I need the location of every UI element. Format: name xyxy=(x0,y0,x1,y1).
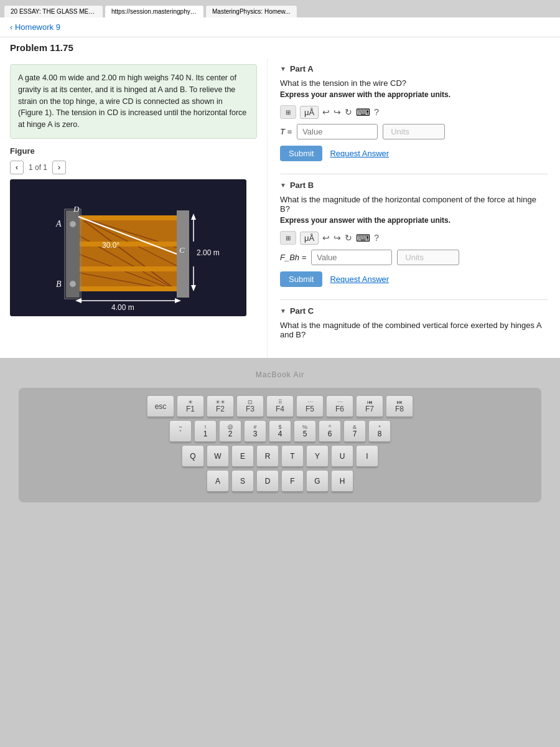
problem-title: Problem 11.75 xyxy=(0,37,560,58)
svg-text:D: D xyxy=(73,204,80,214)
browser-tab-row: 20 ESSAY: THE GLASS MENAG... https://ses… xyxy=(0,0,560,17)
keyboard: esc ☀F1 ☀☀F2 ⊡F3 ⠿F4 ⋯F5 ⋯F6 ⏮F7 ⏭F8 ~` … xyxy=(19,388,541,502)
key-y[interactable]: Y xyxy=(306,445,329,467)
part-b-keyboard-icon[interactable]: ⌨ xyxy=(356,232,370,244)
key-8[interactable]: *8 xyxy=(368,420,391,443)
figure-prev-button[interactable]: ‹ xyxy=(10,161,24,174)
svg-text:B: B xyxy=(56,280,62,289)
key-f8[interactable]: ⏭F8 xyxy=(386,395,413,418)
part-c-header: ▼ Part C xyxy=(280,306,548,316)
key-f6[interactable]: ⋯F6 xyxy=(326,395,353,418)
svg-text:2.00 m: 2.00 m xyxy=(197,248,220,257)
part-a-answer-label: T = xyxy=(280,127,292,136)
key-s[interactable]: S xyxy=(231,470,254,492)
part-a-arrow-icon: ▼ xyxy=(280,65,286,72)
svg-rect-11 xyxy=(78,286,178,291)
part-b-units-box[interactable]: Units xyxy=(397,250,459,265)
fn-key-row: esc ☀F1 ☀☀F2 ⊡F3 ⠿F4 ⋯F5 ⋯F6 ⏮F7 ⏭F8 xyxy=(26,395,534,418)
key-i[interactable]: I xyxy=(356,445,378,467)
key-esc[interactable]: esc xyxy=(147,395,174,418)
undo-icon[interactable]: ↩ xyxy=(322,107,330,117)
help-icon[interactable]: ? xyxy=(374,107,379,117)
svg-point-17 xyxy=(70,281,76,287)
part-c-label: Part C xyxy=(290,306,314,316)
part-b-subtext: Express your answer with the appropriate… xyxy=(280,216,548,225)
key-u[interactable]: U xyxy=(331,445,353,467)
key-7[interactable]: &7 xyxy=(343,420,366,443)
key-r[interactable]: R xyxy=(256,445,279,467)
key-f5[interactable]: ⋯F5 xyxy=(296,395,324,418)
svg-text:4.00 m: 4.00 m xyxy=(111,303,134,312)
divider-bc xyxy=(280,299,548,300)
part-a-subtext: Express your answer with the appropriate… xyxy=(280,90,548,99)
key-f2[interactable]: ☀☀F2 xyxy=(207,395,234,418)
key-2[interactable]: @2 xyxy=(219,420,241,443)
tab-homework[interactable]: MasteringPhysics: Homew... xyxy=(205,5,297,17)
key-e[interactable]: E xyxy=(231,445,254,467)
key-f3[interactable]: ⊡F3 xyxy=(236,395,264,418)
svg-rect-8 xyxy=(78,215,178,220)
key-q[interactable]: Q xyxy=(182,445,204,467)
key-6[interactable]: ^6 xyxy=(319,420,341,443)
part-c-arrow-icon: ▼ xyxy=(280,308,286,314)
key-t[interactable]: T xyxy=(281,445,304,467)
svg-text:A: A xyxy=(55,219,62,228)
part-b-help-icon[interactable]: ? xyxy=(374,233,379,243)
keyboard-icon[interactable]: ⌨ xyxy=(356,106,370,118)
part-b-submit-button[interactable]: Submit xyxy=(280,271,322,287)
macbook-label: MacBook Air xyxy=(19,370,541,379)
part-a-request-button[interactable]: Request Answer xyxy=(330,149,389,158)
divider-ab xyxy=(280,174,548,174)
part-a-value-input[interactable] xyxy=(297,124,378,139)
key-f7[interactable]: ⏮F7 xyxy=(356,395,383,418)
part-b-refresh-icon[interactable]: ↻ xyxy=(345,233,352,243)
mu-icon[interactable]: μÅ xyxy=(300,106,319,119)
part-c-section: ▼ Part C What is the magnitude of the co… xyxy=(280,306,548,339)
part-b-answer-row: F_Bh = Units xyxy=(280,250,548,265)
part-b-arrow-icon: ▼ xyxy=(280,182,286,189)
figure-label: Figure xyxy=(10,146,257,156)
part-b-section: ▼ Part B What is the magnitude of the ho… xyxy=(280,181,548,287)
part-b-mu-icon[interactable]: μÅ xyxy=(300,232,319,245)
tab-essay[interactable]: 20 ESSAY: THE GLASS MENAG... xyxy=(4,5,103,17)
key-5[interactable]: %5 xyxy=(294,420,316,443)
part-a-units-box[interactable]: Units xyxy=(383,124,445,139)
key-1[interactable]: !1 xyxy=(194,420,217,443)
problem-description: A gate 4.00 m wide and 2.00 m high weigh… xyxy=(10,64,257,139)
key-3[interactable]: #3 xyxy=(244,420,266,443)
key-f1[interactable]: ☀F1 xyxy=(177,395,204,418)
part-a-submit-button[interactable]: Submit xyxy=(280,146,322,161)
right-panel: ▼ Part A What is the tension in the wire… xyxy=(268,58,560,358)
part-b-redo-icon[interactable]: ↪ xyxy=(334,233,341,243)
tab-mastering[interactable]: https://session.masteringphysic... xyxy=(105,5,204,17)
back-nav[interactable]: ‹ Homework 9 xyxy=(0,17,560,37)
key-g[interactable]: G xyxy=(306,470,329,492)
part-b-request-button[interactable]: Request Answer xyxy=(330,275,389,284)
key-h[interactable]: H xyxy=(331,470,353,492)
redo-icon[interactable]: ↪ xyxy=(334,107,341,117)
part-b-toolbar: ⊞ μÅ ↩ ↪ ↻ ⌨ ? xyxy=(280,231,548,245)
key-4[interactable]: $4 xyxy=(269,420,291,443)
refresh-icon[interactable]: ↻ xyxy=(345,107,352,117)
part-b-undo-icon[interactable]: ↩ xyxy=(322,233,330,243)
figure-next-button[interactable]: › xyxy=(52,161,66,174)
key-w[interactable]: W xyxy=(207,445,229,467)
svg-rect-9 xyxy=(78,242,178,247)
left-panel: A gate 4.00 m wide and 2.00 m high weigh… xyxy=(0,58,268,358)
part-b-formula-icon[interactable]: ⊞ xyxy=(280,231,296,245)
key-f[interactable]: F xyxy=(281,470,304,492)
part-b-answer-label: F_Bh = xyxy=(280,253,306,262)
key-a[interactable]: A xyxy=(207,470,229,492)
part-b-value-input[interactable] xyxy=(311,250,392,265)
key-tilde[interactable]: ~` xyxy=(169,420,192,443)
part-b-question: What is the magnitude of the horizontal … xyxy=(280,195,548,214)
formula-icon[interactable]: ⊞ xyxy=(280,105,296,119)
part-c-question: What is the magnitude of the combined ve… xyxy=(280,321,548,339)
part-b-submit-row: Submit Request Answer xyxy=(280,271,548,287)
main-content: ‹ Homework 9 Problem 11.75 A gate 4.00 m… xyxy=(0,17,560,358)
part-a-toolbar: ⊞ μÅ ↩ ↪ ↻ ⌨ ? xyxy=(280,105,548,119)
part-a-question: What is the tension in the wire CD? xyxy=(280,78,548,88)
key-f4[interactable]: ⠿F4 xyxy=(266,395,294,418)
key-d[interactable]: D xyxy=(256,470,279,492)
svg-rect-10 xyxy=(78,266,178,271)
